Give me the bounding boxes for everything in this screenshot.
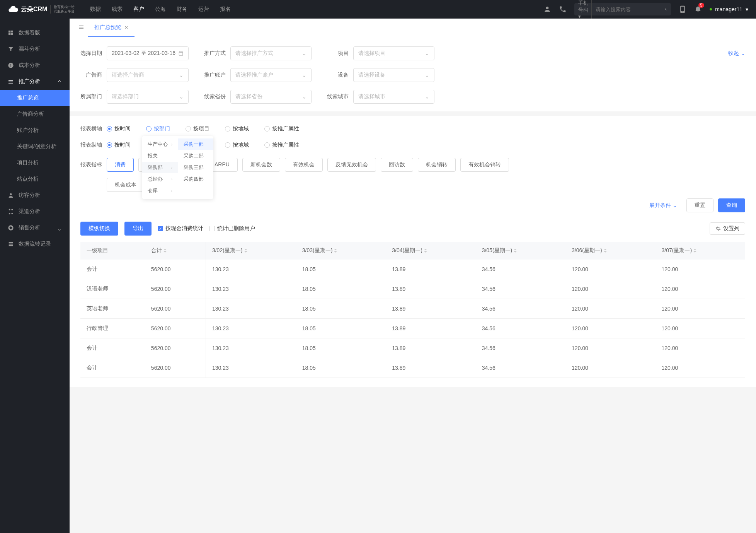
reset-button[interactable]: 重置 — [686, 198, 713, 212]
method-select[interactable]: 请选择推广方式⌄ — [230, 46, 312, 60]
table-header-4[interactable]: 3/04(星期一) — [386, 242, 475, 260]
dropdown-col1-item-3[interactable]: 总经办› — [142, 173, 178, 185]
dropdown-col2-item-3[interactable]: 采购四部 — [178, 173, 213, 185]
sidebar-item-0[interactable]: 数据看版 — [0, 25, 70, 41]
sidebar-item-7[interactable]: 数据流转记录 — [0, 236, 70, 252]
sidebar-item-3[interactable]: 推广分析⌃ — [0, 73, 70, 90]
row-axis-option-2[interactable]: 按项目 — [186, 125, 209, 132]
status-dot — [710, 8, 712, 10]
nav-item-6[interactable]: 报名 — [220, 6, 231, 13]
mobile-icon[interactable] — [679, 5, 686, 13]
col-axis-option-0[interactable]: 按时间 — [107, 142, 131, 149]
sidebar-item-6[interactable]: 销售分析⌄ — [0, 220, 70, 236]
sidebar-subitem-3-5[interactable]: 站点分析 — [0, 171, 70, 187]
nav-item-3[interactable]: 公海 — [155, 6, 166, 13]
dropdown-col1-item-1[interactable]: 报关 — [142, 150, 178, 162]
col-axis-label: 报表纵轴 — [80, 142, 102, 149]
metric-tag-10[interactable]: 有效机会销转 — [460, 158, 509, 172]
dropdown-col1-item-0[interactable]: 生产中心› — [142, 138, 178, 150]
col-axis-option-4[interactable]: 按推广属性 — [264, 142, 299, 149]
search-icon[interactable] — [664, 6, 667, 12]
top-nav: 数据线索客户公海财务运营报名 — [90, 6, 231, 13]
province-select[interactable]: 请选择省份⌄ — [230, 90, 312, 104]
promo-icon — [8, 79, 14, 85]
metric-tag-8[interactable]: 回访数 — [381, 158, 413, 172]
nav-item-0[interactable]: 数据 — [90, 6, 101, 13]
checkbox-icon — [158, 226, 163, 231]
sidebar-collapse-button[interactable] — [74, 24, 88, 31]
search-input[interactable] — [592, 7, 664, 12]
sidebar-subitem-3-3[interactable]: 关键词/创意分析 — [0, 138, 70, 155]
account-select[interactable]: 请选择推广账户⌄ — [230, 68, 312, 82]
table-row: 会计5620.00130.2318.0513.8934.56120.00120.… — [80, 260, 745, 279]
province-label: 线索省份 — [204, 93, 226, 100]
sidebar-subitem-3-4[interactable]: 项目分析 — [0, 155, 70, 171]
sidebar-subitem-3-0[interactable]: 推广总览 — [0, 90, 70, 106]
metric-tag-9[interactable]: 机会销转 — [418, 158, 456, 172]
deleted-stat-checkbox[interactable]: 统计已删除用户 — [209, 225, 255, 232]
row-axis-option-0[interactable]: 按时间 — [107, 125, 131, 132]
cash-stat-checkbox[interactable]: 按现金消费统计 — [158, 225, 203, 232]
export-button[interactable]: 导出 — [124, 222, 152, 236]
action-row: 展开条件 ⌄ 重置 查询 — [80, 198, 745, 212]
table-cell: 34.56 — [476, 279, 565, 299]
metric-tag-0[interactable]: 消费 — [107, 158, 134, 172]
sidebar-item-1[interactable]: 漏斗分析 — [0, 41, 70, 57]
switch-button[interactable]: 横纵切换 — [80, 222, 118, 236]
metric-tag-r2-0[interactable]: 机会成本 — [107, 178, 145, 192]
radio-icon — [225, 142, 230, 148]
tab-promo-overview[interactable]: 推广总预览 ✕ — [88, 19, 135, 37]
date-picker[interactable]: 2021-03-02 至 2021-03-16 — [107, 46, 189, 60]
table-header-3[interactable]: 3/03(星期一) — [296, 242, 386, 260]
user-icon[interactable] — [543, 5, 551, 13]
nav-item-5[interactable]: 运营 — [198, 6, 209, 13]
table-header-7[interactable]: 3/07(星期一) — [656, 242, 746, 260]
row-axis-option-1[interactable]: 按部门 — [146, 125, 170, 132]
sidebar-item-2[interactable]: 成本分析 — [0, 57, 70, 73]
project-select[interactable]: 请选择项目⌄ — [353, 46, 434, 60]
sidebar-subitem-3-1[interactable]: 广告商分析 — [0, 106, 70, 122]
notification-bell[interactable]: 5 — [694, 5, 702, 14]
sort-icon — [514, 249, 517, 253]
metric-tag-6[interactable]: 有效机会 — [285, 158, 323, 172]
nav-item-4[interactable]: 财务 — [177, 6, 187, 13]
gear-icon — [715, 226, 721, 231]
sidebar-item-5[interactable]: 渠道分析 — [0, 203, 70, 220]
channel-icon — [8, 208, 14, 215]
dropdown-col1-item-2[interactable]: 采购部› — [142, 162, 178, 173]
dept-select[interactable]: 请选择部门⌄ — [107, 90, 189, 104]
col-axis-option-3[interactable]: 按地域 — [225, 142, 249, 149]
collapse-filters-link[interactable]: 收起 ⌄ — [728, 50, 745, 57]
search-type-label[interactable]: 手机号码 ▾ — [578, 0, 592, 19]
tab-close-icon[interactable]: ✕ — [124, 25, 128, 30]
city-select[interactable]: 请选择城市⌄ — [353, 90, 434, 104]
table-header-5[interactable]: 3/05(星期一) — [476, 242, 565, 260]
advertiser-select[interactable]: 请选择广告商⌄ — [107, 68, 189, 82]
device-select[interactable]: 请选择设备⌄ — [353, 68, 434, 82]
row-axis-option-3[interactable]: 按地域 — [225, 125, 249, 132]
table-header-6[interactable]: 3/06(星期一) — [565, 242, 655, 260]
expand-conditions-link[interactable]: 展开条件 ⌄ — [649, 202, 677, 209]
row-axis-option-4[interactable]: 按推广属性 — [264, 125, 299, 132]
chevron-up-icon: ⌃ — [57, 79, 62, 84]
column-settings-button[interactable]: 设置列 — [710, 222, 745, 235]
metric-tag-5[interactable]: 新机会数 — [242, 158, 280, 172]
sidebar-item-4[interactable]: 访客分析 — [0, 187, 70, 203]
sidebar-subitem-3-2[interactable]: 账户分析 — [0, 122, 70, 138]
user-menu[interactable]: manager11 ▾ — [710, 6, 748, 12]
dropdown-col2-item-0[interactable]: 采购一部 — [178, 138, 213, 150]
dropdown-col1-item-4[interactable]: 仓库› — [142, 185, 178, 196]
dropdown-col2-item-2[interactable]: 采购三部 — [178, 162, 213, 173]
nav-item-2[interactable]: 客户 — [133, 6, 144, 13]
query-button[interactable]: 查询 — [718, 198, 745, 212]
table-cell: 汉语老师 — [80, 279, 145, 299]
nav-item-1[interactable]: 线索 — [112, 6, 123, 13]
dept-label: 所属部门 — [80, 93, 102, 100]
dropdown-col2-item-1[interactable]: 采购二部 — [178, 150, 213, 162]
logo[interactable]: 云朵CRM 教育机构一站 式服务云平台 — [8, 4, 75, 15]
table-header-2[interactable]: 3/02(星期一) — [206, 242, 296, 260]
chevron-down-icon: ▾ — [746, 6, 748, 12]
phone-icon[interactable] — [559, 5, 567, 13]
metric-tag-7[interactable]: 反馈无效机会 — [327, 158, 376, 172]
table-header-1[interactable]: 合计 — [145, 242, 206, 260]
